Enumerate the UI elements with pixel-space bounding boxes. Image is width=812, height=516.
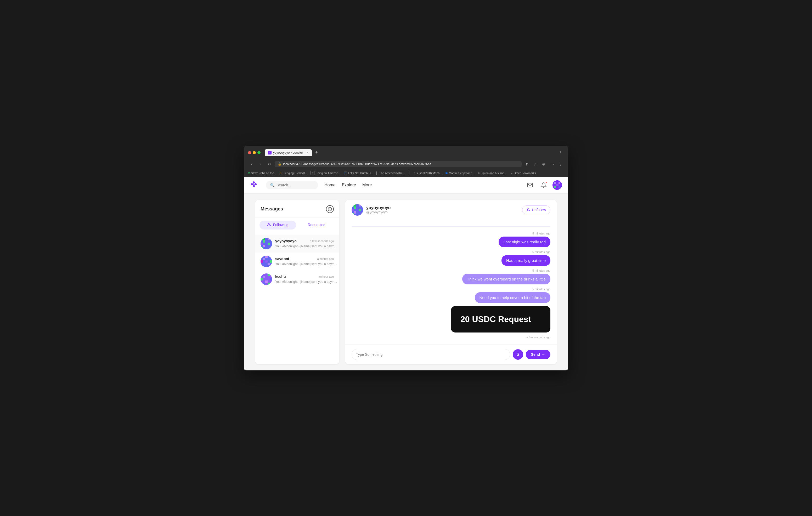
svg-rect-60 [352,213,354,216]
nav-more[interactable]: More [362,183,372,187]
svg-rect-54 [354,207,356,209]
search-input[interactable] [277,183,313,187]
message-input[interactable] [352,349,510,360]
send-button[interactable]: Send → [526,350,550,359]
svg-rect-48 [263,282,265,285]
svg-rect-8 [554,186,556,188]
svg-rect-53 [359,204,361,207]
svg-rect-26 [261,247,263,249]
svg-rect-46 [270,278,272,280]
svg-rect-36 [263,263,265,265]
svg-rect-59 [356,211,359,214]
conv-preview: You: #Moonlight - [Name] sent you a paym… [275,280,337,284]
address-bar[interactable]: 🔒 localhost:4783/messages/0xac8b8699693a… [275,161,522,167]
bookmark-item-5[interactable]: ▌ The American-Dre... [376,172,405,175]
window-menu-button[interactable]: ⋮ [557,149,564,156]
svg-rect-35 [270,260,272,263]
traffic-light-close[interactable] [248,151,251,154]
svg-rect-42 [268,273,270,276]
traffic-lights [248,151,261,154]
share-button[interactable]: ⬆ [523,160,530,168]
app-logo[interactable] [250,181,257,190]
unfollow-button[interactable]: Unfollow [522,206,550,214]
conversation-item[interactable]: savdont a minute ago You: #Moonlight - [… [255,252,339,270]
message-bubble: Had a really great time [501,255,550,266]
nav-explore[interactable]: Explore [342,183,356,187]
back-button[interactable]: ‹ [248,160,255,168]
search-bar[interactable]: 🔍 [266,181,318,189]
bookmark-button[interactable]: ☆ [531,160,539,168]
user-avatar[interactable] [552,180,562,190]
conv-name-row: savdont a minute ago [275,257,334,261]
avatar [261,256,272,267]
svg-rect-22 [261,243,263,245]
mail-button[interactable] [525,180,535,190]
conversation-list: yoyoyoyoyo a few seconds ago You: #Moonl… [255,233,339,290]
bookmarks-bar: V Steve Jobs on the... S Sledging Preda/… [244,170,568,177]
bookmark-separator [409,171,409,175]
svg-rect-45 [261,278,263,280]
bookmark-item-4[interactable]: □ Let's Not Dumb D... [344,171,373,175]
svg-point-3 [253,185,255,187]
chat-messages: 5 minutes ago Last night was really rad … [345,220,557,344]
bookmark-item-3[interactable]: ✦ Being an Amazon... [311,171,340,175]
conv-preview: You: #Moonlight - [Name] sent you a paym… [275,262,337,266]
dollar-button[interactable]: $ [513,349,523,360]
svg-rect-49 [268,282,270,285]
message-timestamp: 5 minutes ago [352,250,550,253]
svg-rect-43 [263,276,265,278]
notifications-button[interactable] [539,180,548,190]
svg-rect-38 [261,265,263,267]
app-main: Messages [249,194,563,370]
svg-rect-61 [361,213,363,216]
svg-rect-30 [265,256,268,258]
svg-rect-19 [268,238,270,240]
new-tab-button[interactable]: + [313,149,320,156]
messages-title: Messages [261,206,283,212]
svg-rect-17 [261,238,263,240]
traffic-light-maximize[interactable] [257,151,261,154]
traffic-light-minimize[interactable] [253,151,256,154]
bookmark-item-2[interactable]: S Sledging Preda/D... [280,172,308,175]
tab-following[interactable]: Following [260,221,296,230]
tab-close-button[interactable]: × [307,151,309,154]
bookmark-more[interactable]: » Other Bookmarks [511,172,536,175]
svg-point-0 [253,181,255,183]
svg-rect-27 [270,247,272,249]
browser-tab-active[interactable]: L yoyoyoyoyo • Lenster × [265,149,312,156]
svg-rect-20 [263,240,265,243]
conv-time: a few seconds ago [310,239,334,243]
reader-view-button[interactable]: ▭ [548,160,556,168]
messages-panel: Messages [255,200,339,364]
svg-rect-18 [263,238,265,240]
conversation-item[interactable]: yoyoyoyoyo a few seconds ago You: #Moonl… [255,235,339,252]
svg-rect-51 [352,204,354,207]
tab-bar: L yoyoyoyoyo • Lenster × + [265,149,555,156]
chat-user-name: yoyoyoyoyo [366,206,519,210]
svg-rect-33 [261,260,263,263]
svg-rect-25 [265,245,268,247]
nav-home[interactable]: Home [324,183,336,187]
bookmark-item-8[interactable]: ◈ Lipton and his Imp... [478,171,507,175]
tab-requested[interactable]: Requested [298,221,335,230]
new-message-button[interactable] [326,205,334,213]
svg-rect-11 [556,184,558,186]
conv-preview: You: #Moonlight - [Name] sent you a paym… [275,244,337,248]
browser-menu-button[interactable]: ⋮ [557,160,564,168]
bookmark-item-7[interactable]: ◉ Martin Kleppmann... [445,171,474,175]
bookmark-folder[interactable]: V Steve Jobs on the... [248,172,277,175]
extensions-button[interactable]: ⊕ [540,160,547,168]
message-timestamp: 5 minutes ago [352,269,550,272]
bookmark-item-6[interactable]: ≡ susanli2016/Mach... [413,172,442,175]
conversation-item[interactable]: kcchu an hour ago You: #Moonlight - [Nam… [255,270,339,288]
send-label: Send [531,352,540,357]
message-bubble: Last night was really rad [499,237,550,247]
payment-amount: 20 USDC Request [460,314,541,324]
svg-rect-5 [528,183,532,187]
reload-button[interactable]: ↻ [266,160,273,168]
payment-card[interactable]: 20 USDC Request [451,306,550,333]
conversation-info: yoyoyoyoyo a few seconds ago You: #Moonl… [275,239,334,248]
forward-button[interactable]: › [257,160,264,168]
svg-rect-29 [261,256,263,258]
send-arrow-icon: → [542,352,545,357]
